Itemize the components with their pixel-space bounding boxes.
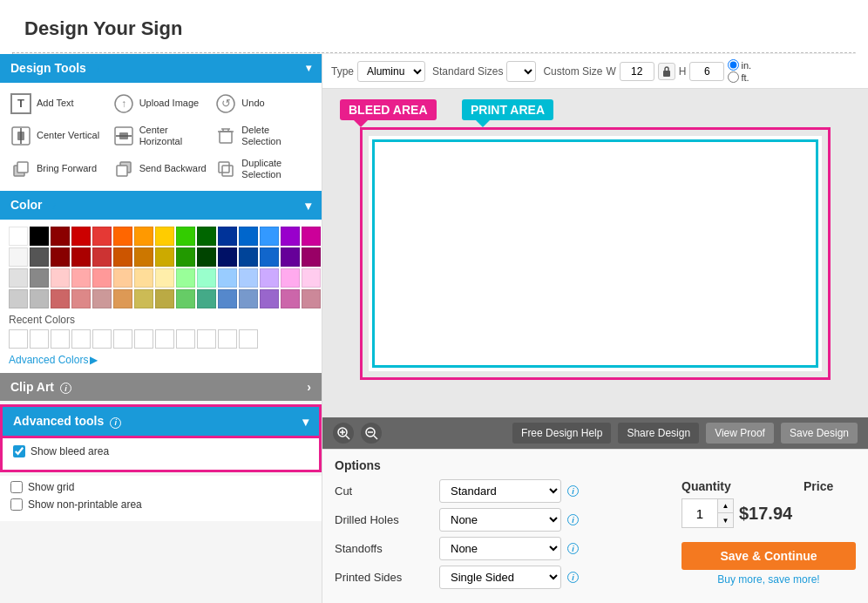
color-swatch[interactable] <box>197 227 216 246</box>
color-info-icon[interactable]: i <box>48 201 59 213</box>
color-swatch[interactable] <box>155 227 174 246</box>
drilled-holes-select[interactable]: None <box>439 508 561 532</box>
free-design-help-button[interactable]: Free Design Help <box>512 423 611 444</box>
printed-sides-select[interactable]: Single Sided <box>439 566 561 589</box>
color-section-header[interactable]: Color i ▾ <box>0 191 322 220</box>
advanced-tools-header[interactable]: Advanced tools i ▾ <box>0 404 322 438</box>
show-bleed-area-checkbox[interactable] <box>13 445 25 457</box>
color-swatch[interactable] <box>71 289 91 308</box>
quantity-input[interactable] <box>682 499 717 527</box>
unit-in-radio[interactable] <box>728 59 739 71</box>
view-proof-button[interactable]: View Proof <box>706 423 774 444</box>
color-swatch[interactable] <box>155 268 174 288</box>
buy-more-button[interactable]: Buy more, save more! <box>682 573 856 586</box>
color-swatch[interactable] <box>92 289 112 308</box>
cut-select[interactable]: Standard <box>439 479 561 503</box>
upload-image-tool[interactable]: ↑ Upload Image <box>112 90 211 118</box>
color-swatch[interactable] <box>92 247 112 267</box>
color-swatch[interactable] <box>9 289 28 308</box>
quantity-down-button[interactable]: ▼ <box>717 513 733 527</box>
recent-swatch[interactable] <box>113 329 132 349</box>
unit-ft-label[interactable]: ft. <box>728 71 751 83</box>
color-swatch[interactable] <box>113 247 132 267</box>
color-swatch[interactable] <box>51 268 70 288</box>
recent-swatch[interactable] <box>239 329 258 349</box>
show-grid-checkbox[interactable] <box>10 481 23 493</box>
recent-swatch[interactable] <box>92 329 112 349</box>
type-select[interactable]: Aluminu <box>357 61 425 82</box>
color-swatch[interactable] <box>30 289 49 308</box>
color-swatch[interactable] <box>281 289 300 308</box>
color-swatch[interactable] <box>155 289 174 308</box>
color-swatch[interactable] <box>9 268 28 288</box>
save-continue-button[interactable]: Save & Continue <box>682 542 856 570</box>
clip-art-info-icon[interactable]: i <box>60 383 71 394</box>
color-swatch[interactable] <box>260 247 279 267</box>
bring-forward-tool[interactable]: Bring Forward <box>9 154 108 184</box>
color-swatch[interactable] <box>281 247 300 267</box>
design-tools-header[interactable]: Design Tools i ▾ <box>0 54 322 83</box>
send-backward-tool[interactable]: Send Backward <box>112 154 211 184</box>
color-swatch[interactable] <box>260 289 279 308</box>
color-swatch[interactable] <box>239 227 258 246</box>
color-swatch[interactable] <box>71 268 91 288</box>
color-swatch[interactable] <box>134 227 153 246</box>
cut-info-icon[interactable]: i <box>567 485 579 497</box>
color-swatch[interactable] <box>113 227 132 246</box>
color-swatch[interactable] <box>239 268 258 288</box>
drilled-holes-info-icon[interactable]: i <box>567 514 579 525</box>
color-swatch[interactable] <box>218 227 237 246</box>
recent-swatch[interactable] <box>155 329 174 349</box>
color-swatch[interactable] <box>9 227 28 246</box>
recent-swatch[interactable] <box>134 329 153 349</box>
color-swatch[interactable] <box>134 289 153 308</box>
share-design-button[interactable]: Share Design <box>618 423 699 444</box>
recent-swatch[interactable] <box>71 329 91 349</box>
show-non-printable-checkbox[interactable] <box>10 498 23 511</box>
clip-art-header[interactable]: Clip Art i › <box>0 373 322 402</box>
advanced-tools-info-icon[interactable]: i <box>110 417 121 429</box>
recent-swatch[interactable] <box>30 329 49 349</box>
design-tools-info-icon[interactable]: i <box>92 64 104 76</box>
color-swatch[interactable] <box>176 227 195 246</box>
color-swatch[interactable] <box>30 247 49 267</box>
color-swatch[interactable] <box>92 227 112 246</box>
recent-swatch[interactable] <box>51 329 70 349</box>
color-swatch[interactable] <box>302 247 321 267</box>
unit-ft-radio[interactable] <box>728 71 739 83</box>
color-swatch[interactable] <box>197 247 216 267</box>
color-swatch[interactable] <box>92 268 112 288</box>
zoom-in-button[interactable] <box>333 423 354 444</box>
color-swatch[interactable] <box>197 268 216 288</box>
center-vertical-tool[interactable]: Center Vertical <box>9 121 108 151</box>
recent-swatch[interactable] <box>197 329 216 349</box>
color-swatch[interactable] <box>239 247 258 267</box>
zoom-out-button[interactable] <box>361 423 382 444</box>
recent-swatch[interactable] <box>218 329 237 349</box>
color-swatch[interactable] <box>134 247 153 267</box>
color-swatch[interactable] <box>30 268 49 288</box>
lock-icon[interactable] <box>658 63 675 80</box>
color-swatch[interactable] <box>30 227 49 246</box>
color-swatch[interactable] <box>260 227 279 246</box>
duplicate-selection-tool[interactable]: Duplicate Selection <box>214 154 313 184</box>
color-swatch[interactable] <box>51 247 70 267</box>
undo-tool[interactable]: ↺ Undo <box>214 90 313 118</box>
color-swatch[interactable] <box>176 268 195 288</box>
printed-sides-info-icon[interactable]: i <box>567 572 579 583</box>
color-swatch[interactable] <box>302 227 321 246</box>
quantity-up-button[interactable]: ▲ <box>717 499 733 513</box>
design-canvas[interactable] <box>369 136 822 371</box>
color-swatch[interactable] <box>9 247 28 267</box>
unit-in-label[interactable]: in. <box>728 59 751 71</box>
color-swatch[interactable] <box>218 289 237 308</box>
standoffs-select[interactable]: None <box>439 537 561 560</box>
color-swatch[interactable] <box>51 227 70 246</box>
add-text-tool[interactable]: T Add Text <box>9 90 108 118</box>
standoffs-info-icon[interactable]: i <box>567 543 579 554</box>
color-swatch[interactable] <box>71 247 91 267</box>
recent-swatch[interactable] <box>176 329 195 349</box>
delete-selection-tool[interactable]: Delete Selection <box>214 121 313 151</box>
color-swatch[interactable] <box>239 289 258 308</box>
advanced-colors-link[interactable]: Advanced Colors ▶ <box>9 354 313 366</box>
